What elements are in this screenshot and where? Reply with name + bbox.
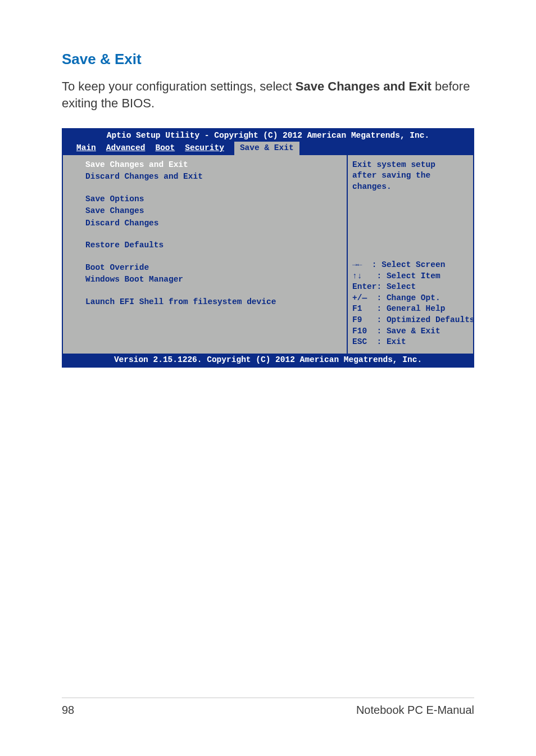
bios-item: Save Options [85,194,341,205]
bios-key-line: ESC : Exit [352,337,470,348]
doc-title: Notebook PC E-Manual [356,704,474,717]
instruction-paragraph: To keep your configuration settings, sel… [62,78,474,111]
bios-screenshot: Aptio Setup Utility - Copyright (C) 2012… [62,128,474,368]
bios-tab-save-exit[interactable]: Save & Exit [234,142,299,155]
bios-help-line: Exit system setup [352,160,470,171]
page-number: 98 [62,704,74,717]
page-footer: 98 Notebook PC E-Manual [62,698,474,717]
bios-key-legend: →← : Select Screen ↑↓ : Select Item Ente… [352,260,470,348]
bios-key-line: +/— : Change Opt. [352,293,470,304]
bios-item[interactable]: Discard Changes [85,218,341,229]
bios-key-line: Enter: Select [352,282,470,293]
bios-title: Aptio Setup Utility - Copyright (C) 2012… [63,130,473,142]
bios-right-pane: Exit system setup after saving the chang… [347,155,473,354]
bios-item[interactable]: Restore Defaults [85,240,341,251]
bios-key-line: F1 : General Help [352,304,470,315]
bios-item[interactable]: Discard Changes and Exit [85,171,341,183]
instruction-text-before: To keep your configuration settings, sel… [62,79,296,93]
bios-tabs: Main Advanced Boot Security Save & Exit [63,142,473,155]
bios-item[interactable]: Save Changes [85,206,341,217]
bios-key-line: F10 : Save & Exit [352,326,470,337]
bios-topbar: Aptio Setup Utility - Copyright (C) 2012… [63,129,473,155]
bios-footer: Version 2.15.1226. Copyright (C) 2012 Am… [63,354,473,367]
bios-key-line: F9 : Optimized Defaults [352,315,470,326]
bios-tab-security[interactable]: Security [185,143,230,155]
bios-item[interactable]: Launch EFI Shell from filesystem device [85,297,341,308]
bios-tab-main[interactable]: Main [76,143,102,155]
section-heading: Save & Exit [62,51,474,68]
bios-key-line: →← : Select Screen [352,260,470,271]
bios-tab-boot[interactable]: Boot [155,143,180,155]
bios-tab-advanced[interactable]: Advanced [106,143,151,155]
bios-help-text: Exit system setup after saving the chang… [352,160,470,193]
bios-help-line: after saving the [352,170,470,182]
bios-body: Save Changes and Exit Discard Changes an… [63,155,473,354]
instruction-text-bold: Save Changes and Exit [296,79,431,93]
bios-key-line: ↑↓ : Select Item [352,271,470,282]
bios-item-selected[interactable]: Save Changes and Exit [85,160,341,171]
bios-item[interactable]: Windows Boot Manager [85,274,341,286]
bios-left-pane: Save Changes and Exit Discard Changes an… [63,155,347,354]
bios-item: Boot Override [85,262,341,274]
bios-help-line: changes. [352,182,470,193]
